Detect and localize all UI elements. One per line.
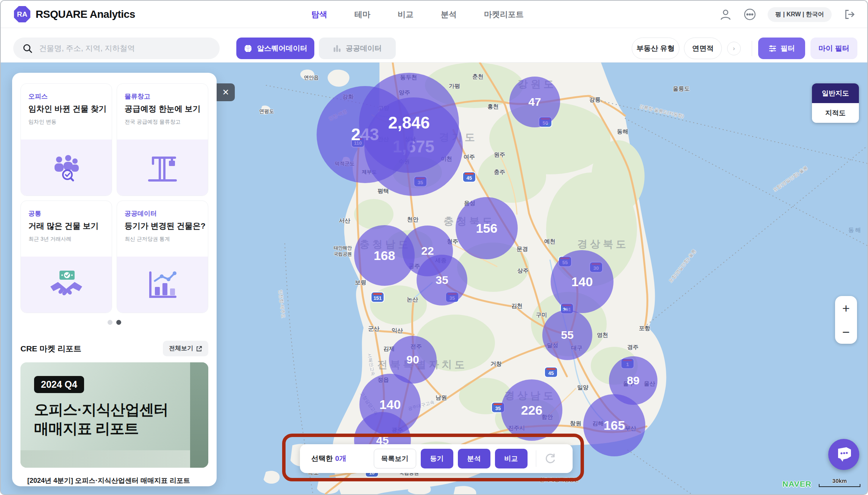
cre-report-section-title: CRE 마켓 리포트 [20, 343, 81, 354]
tab-market-report[interactable]: 마켓리포트 [484, 9, 524, 20]
divider [752, 41, 752, 56]
report-banner-spine [190, 362, 208, 468]
map-scale-bar: 30km [819, 478, 860, 487]
selected-prefix: 선택한 [311, 454, 333, 462]
card-title: 임차인 바뀐 건물 찾기 [28, 103, 107, 114]
scale-value: 30km [819, 478, 860, 484]
card-title: 등기가 변경된 건물은? [125, 221, 206, 231]
map-cluster-bubble[interactable]: 226 [501, 379, 562, 441]
card-subtitle: 임차인 변동 [28, 119, 56, 125]
card-registry-changes[interactable]: 공공데이터 등기가 변경된 건물은? 최신 근저당권 통계 [117, 201, 208, 313]
card-category: 공통 [28, 209, 41, 218]
card-category: 물류창고 [125, 92, 150, 101]
chat-bubble-icon [835, 446, 852, 462]
report-list-item[interactable]: [2024년 4분기] 오피스·지식산업센터 매매지표 리포트 [27, 476, 190, 485]
toggle-public-data[interactable]: 공공데이터 [319, 38, 396, 59]
user-icon[interactable] [719, 8, 732, 21]
bars-icon [333, 44, 341, 53]
card-subtitle: 최근 3년 거래사례 [28, 236, 72, 243]
map-type-cadastral[interactable]: 지적도 [812, 103, 859, 123]
report-title-line1: 오피스·지식산업센터 [34, 399, 168, 420]
divider [536, 450, 536, 467]
tab-compare[interactable]: 비교 [398, 9, 414, 20]
zoom-in-button[interactable]: + [842, 302, 850, 315]
map-cluster-bubble[interactable]: 140 [551, 250, 614, 313]
card-logistics-supply[interactable]: 물류창고 공급예정 한눈에 보기 전국 공급예정 물류창고 [117, 83, 208, 196]
pagination-dot-1[interactable] [108, 320, 112, 325]
cards-pagination [20, 320, 208, 325]
search-placeholder: 건물명, 주소, 지역, 지하철역 [39, 43, 135, 53]
map-type-normal[interactable]: 일반지도 [812, 83, 859, 103]
report-title-line2: 매매지표 리포트 [34, 418, 139, 439]
filter-button[interactable]: 필터 [758, 38, 805, 59]
map-zoom-control: + − [835, 296, 857, 344]
panel-close-button[interactable]: ✕ [217, 83, 235, 101]
search-input[interactable]: 건물명, 주소, 지역, 지하철역 [13, 38, 220, 59]
explore-side-panel: 오피스 임차인 바뀐 건물 찾기 임차인 변동 [12, 73, 217, 486]
tab-analyze[interactable]: 분석 [441, 9, 457, 20]
map-cluster-bubble[interactable]: 35 [417, 255, 467, 305]
market-report-banner[interactable]: 2024 Q4 오피스·지식산업센터 매매지표 리포트 [20, 362, 208, 468]
report-quarter-badge: 2024 Q4 [34, 376, 84, 393]
my-filter-button[interactable]: 마이 필터 [810, 38, 857, 59]
brand-logo[interactable]: RA RSQUARE Analytics [14, 6, 135, 23]
registry-chart-icon [147, 270, 178, 299]
header-right: 평 | KRW | 한국어 [719, 1, 856, 28]
crane-icon [145, 152, 180, 183]
map-cluster-bubble[interactable]: 156 [456, 197, 518, 259]
card-title: 거래 많은 건물 보기 [28, 221, 99, 231]
toggle-public-label: 공공데이터 [346, 44, 382, 53]
map-cluster-bubble[interactable]: 55 [542, 310, 592, 360]
filter-button-label: 필터 [781, 44, 795, 53]
refresh-icon[interactable] [544, 452, 557, 465]
filter-bar: 건물명, 주소, 지역, 지하철역 알스퀘어데이터 공공데이터 부동산 유형 연… [1, 28, 867, 63]
tab-explore[interactable]: 탐색 [311, 9, 327, 20]
view-all-button[interactable]: 전체보기 [163, 341, 208, 356]
toggle-rsquare-data[interactable]: 알스퀘어데이터 [236, 38, 314, 59]
quick-theme-cards: 오피스 임차인 바뀐 건물 찾기 임차인 변동 [20, 83, 208, 313]
selection-toolbar: 선택한0개 목록보기 등기 분석 비교 [300, 444, 573, 473]
map-cluster-bubble[interactable]: 47 [509, 77, 560, 127]
chip-gross-floor-area[interactable]: 연면적 [684, 38, 722, 59]
more-options-icon[interactable] [743, 8, 756, 21]
tab-theme[interactable]: 테마 [354, 9, 370, 20]
zoom-out-button[interactable]: − [842, 326, 850, 338]
pagination-dot-2[interactable] [116, 320, 121, 325]
search-icon [22, 43, 33, 54]
chat-support-button[interactable] [828, 439, 859, 470]
selected-count-value: 0개 [335, 454, 347, 462]
card-top-transactions[interactable]: 공통 거래 많은 건물 보기 최근 3년 거래사례 [20, 201, 112, 313]
map-cluster-bubble[interactable]: 2,846 [359, 73, 459, 173]
analyze-button[interactable]: 분석 [458, 449, 490, 468]
list-view-button[interactable]: 목록보기 [374, 449, 416, 468]
chips-scroll-next-button[interactable]: › [727, 42, 741, 55]
compare-button[interactable]: 비교 [495, 449, 528, 468]
scale-line [819, 484, 860, 487]
rsquare-analytics-window: RA RSQUARE Analytics 탐색 테마 비교 분석 마켓리포트 평… [0, 0, 868, 495]
map-cluster-bubble[interactable]: 165 [583, 394, 645, 456]
card-category: 공공데이터 [125, 209, 157, 218]
card-category: 오피스 [28, 92, 48, 101]
display-settings-pill[interactable]: 평 | KRW | 한국어 [768, 7, 832, 22]
header: RA RSQUARE Analytics 탐색 테마 비교 분석 마켓리포트 평… [1, 1, 867, 28]
map-type-toggle: 일반지도 지적도 [812, 83, 859, 123]
card-subtitle: 전국 공급예정 물류창고 [125, 119, 181, 125]
registry-button[interactable]: 등기 [421, 449, 453, 468]
logout-icon[interactable] [843, 8, 856, 21]
card-title: 공급예정 한눈에 보기 [125, 103, 201, 114]
people-search-icon [50, 153, 83, 182]
map-cluster-bubble[interactable]: 168 [354, 225, 415, 286]
chip-property-type[interactable]: 부동산 유형 [632, 38, 679, 59]
toggle-rsquare-label: 알스퀘어데이터 [257, 44, 308, 53]
view-all-label: 전체보기 [169, 345, 193, 352]
naver-attribution: NAVER [782, 479, 812, 489]
card-subtitle: 최신 근저당권 통계 [125, 236, 170, 243]
handshake-money-icon [48, 269, 84, 300]
logo-badge-icon: RA [14, 6, 31, 23]
sliders-icon [768, 45, 777, 52]
card-office-tenant-change[interactable]: 오피스 임차인 바뀐 건물 찾기 임차인 변동 [20, 83, 112, 196]
cube-icon [244, 44, 253, 53]
main-nav: 탐색 테마 비교 분석 마켓리포트 [311, 1, 524, 28]
selected-count-label: 선택한0개 [311, 454, 347, 464]
report-banner-footer [20, 450, 190, 468]
